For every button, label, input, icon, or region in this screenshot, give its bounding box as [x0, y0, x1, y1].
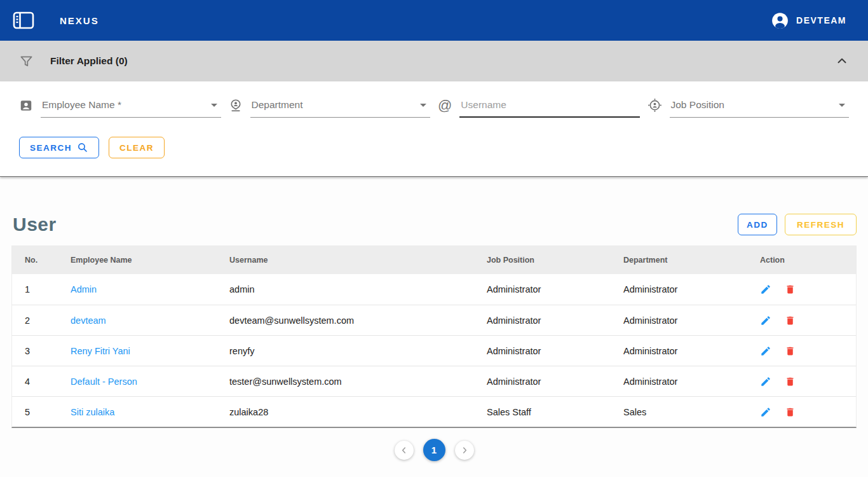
- job-position-field: Job Position: [648, 97, 850, 118]
- department-cell: Administrator: [623, 377, 760, 387]
- table-row: 4 Default - Person tester@sunwellsystem.…: [12, 366, 856, 396]
- edit-pencil-icon: [760, 376, 771, 387]
- employee-name-link[interactable]: Admin: [71, 284, 97, 294]
- username-cell: admin: [229, 284, 487, 294]
- refresh-button-label: REFRESH: [797, 220, 844, 230]
- current-page-button[interactable]: 1: [423, 439, 445, 461]
- edit-button[interactable]: [760, 315, 771, 326]
- delete-trash-icon: [785, 406, 796, 418]
- username-cell: tester@sunwellsystem.com: [229, 377, 487, 387]
- delete-trash-icon: [785, 345, 796, 357]
- edit-button[interactable]: [760, 406, 771, 418]
- edit-pencil-icon: [760, 315, 771, 326]
- employee-name-link[interactable]: Reny Fitri Yani: [71, 346, 130, 356]
- employee-name-field: Employee Name *: [19, 97, 221, 118]
- person-target-icon: [648, 98, 662, 116]
- table-row: 1 Admin admin Administrator Administrato…: [12, 274, 856, 305]
- clear-button[interactable]: CLEAR: [109, 137, 165, 158]
- app-title: NEXUS: [60, 15, 99, 26]
- at-sign-icon: @: [438, 99, 452, 116]
- filter-collapse-button[interactable]: [835, 54, 849, 68]
- delete-trash-icon: [785, 376, 796, 387]
- employee-name-link[interactable]: Siti zulaika: [71, 407, 114, 417]
- chevron-down-icon: [211, 104, 217, 107]
- row-number-cell: 5: [25, 407, 71, 417]
- edit-pencil-icon: [760, 284, 771, 295]
- search-button-label: SEARCH: [30, 143, 72, 153]
- table-row: 3 Reny Fitri Yani renyfy Administrator A…: [12, 335, 856, 366]
- row-number-cell: 1: [25, 284, 71, 294]
- previous-page-button[interactable]: [395, 441, 414, 460]
- username-input[interactable]: [459, 97, 639, 118]
- job-position-label: Job Position: [671, 99, 724, 111]
- clear-button-label: CLEAR: [119, 143, 154, 153]
- chevron-up-icon: [835, 54, 849, 68]
- add-button[interactable]: ADD: [738, 214, 777, 235]
- department-cell: Administrator: [623, 315, 760, 326]
- edit-pencil-icon: [760, 406, 771, 418]
- edit-button[interactable]: [760, 345, 771, 357]
- column-header-action: Action: [760, 256, 856, 265]
- row-number-cell: 2: [25, 315, 71, 326]
- column-header-no: No.: [25, 256, 71, 265]
- delete-button[interactable]: [785, 284, 796, 295]
- delete-button[interactable]: [785, 406, 796, 418]
- job-position-cell: Administrator: [487, 377, 623, 387]
- username-cell: devteam@sunwellsystem.com: [229, 315, 487, 326]
- employee-name-select[interactable]: Employee Name *: [41, 97, 221, 118]
- column-header-job-position: Job Position: [487, 256, 623, 265]
- chevron-down-icon: [839, 104, 845, 107]
- department-select[interactable]: Department: [250, 97, 431, 118]
- add-button-label: ADD: [747, 220, 768, 230]
- badge-person-icon: [19, 99, 33, 116]
- delete-trash-icon: [785, 284, 796, 295]
- username-field: @: [438, 97, 640, 118]
- delete-button[interactable]: [785, 376, 796, 387]
- edit-button[interactable]: [760, 284, 771, 295]
- sidebar-toggle-button[interactable]: [9, 8, 38, 33]
- filter-title: Filter Applied (0): [50, 55, 128, 67]
- delete-button[interactable]: [785, 315, 796, 326]
- department-label: Department: [252, 99, 303, 111]
- page-title: User: [13, 214, 57, 235]
- search-button[interactable]: SEARCH: [19, 137, 99, 158]
- table-row: 5 Siti zulaika zulaika28 Sales Staff Sal…: [12, 396, 856, 427]
- person-pin-icon: [229, 99, 243, 116]
- department-field: Department: [229, 97, 431, 118]
- department-cell: Administrator: [623, 346, 760, 356]
- chevron-down-icon: [420, 104, 426, 107]
- employee-name-link[interactable]: Default - Person: [71, 377, 137, 387]
- column-header-employee-name: Employee Name: [71, 256, 229, 265]
- table-row: 2 devteam devteam@sunwellsystem.com Admi…: [12, 305, 856, 335]
- username-cell: renyfy: [229, 346, 487, 356]
- filter-panel: Employee Name * Department @: [0, 81, 868, 177]
- department-cell: Administrator: [623, 284, 760, 294]
- refresh-button[interactable]: REFRESH: [785, 214, 857, 235]
- chevron-right-icon: [459, 445, 470, 455]
- pagination: 1: [11, 439, 857, 461]
- column-header-department: Department: [623, 256, 760, 265]
- filter-funnel-icon: [19, 54, 34, 69]
- job-position-cell: Administrator: [487, 346, 623, 356]
- job-position-select[interactable]: Job Position: [670, 97, 850, 118]
- column-header-username: Username: [229, 256, 487, 265]
- user-name: DEVTEAM: [796, 15, 846, 25]
- main-content: User ADD REFRESH No.Employee NameUsernam…: [0, 214, 868, 461]
- edit-button[interactable]: [760, 376, 771, 387]
- employee-name-link[interactable]: devteam: [71, 315, 106, 326]
- delete-button[interactable]: [785, 345, 796, 357]
- chevron-left-icon: [399, 445, 409, 455]
- employee-name-label: Employee Name *: [42, 99, 121, 111]
- user-menu[interactable]: DEVTEAM: [771, 12, 846, 29]
- job-position-cell: Administrator: [487, 284, 623, 294]
- account-icon: [771, 12, 789, 29]
- job-position-cell: Administrator: [487, 315, 623, 326]
- top-bar: NEXUS DEVTEAM: [0, 0, 868, 41]
- row-number-cell: 4: [25, 377, 71, 387]
- table-header-row: No.Employee NameUsernameJob PositionDepa…: [12, 246, 856, 274]
- sidebar-toggle-icon: [13, 11, 34, 29]
- edit-pencil-icon: [760, 345, 771, 357]
- filter-header-bar: Filter Applied (0): [0, 41, 868, 81]
- next-page-button[interactable]: [455, 441, 474, 460]
- username-cell: zulaika28: [229, 407, 487, 417]
